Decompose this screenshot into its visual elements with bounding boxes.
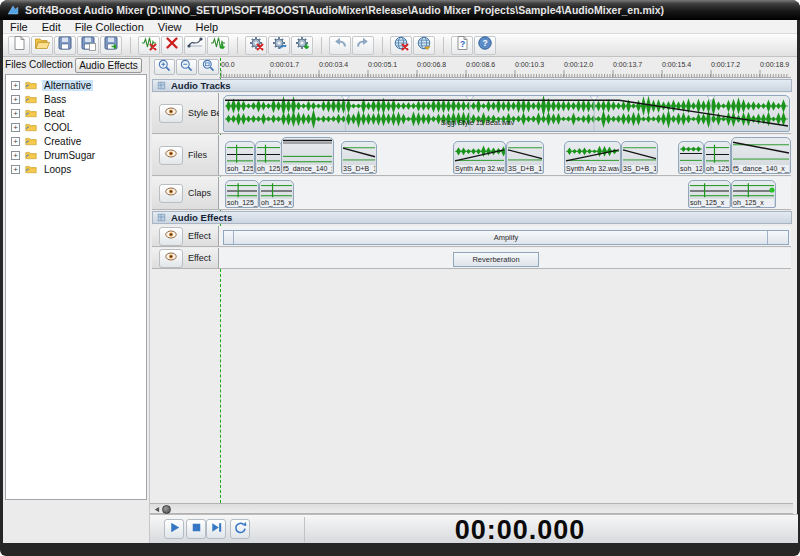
- next-button[interactable]: [206, 519, 226, 539]
- menu-help[interactable]: Help: [188, 20, 225, 33]
- audio-clip-f5-dance-140-x[interactable]: f5_dance_140_x_: [281, 137, 334, 174]
- section-header-audio-tracks: Audio Tracks: [152, 79, 792, 92]
- tree-item-alternative[interactable]: +Alternative: [6, 78, 146, 92]
- wave-delete-button[interactable]: [138, 36, 160, 55]
- toolbar-separator: [382, 37, 383, 54]
- effect-clip-reverberation[interactable]: Reverberation: [453, 252, 539, 267]
- section-collapse-icon[interactable]: [157, 213, 166, 222]
- play-button[interactable]: [164, 519, 184, 539]
- menu-bar: FileEditFile CollectionViewHelp: [3, 20, 797, 34]
- track-lane-effect-11[interactable]: Reverberation: [219, 248, 791, 269]
- track-visibility-button[interactable]: [159, 146, 183, 165]
- track-visibility-button[interactable]: [159, 104, 183, 123]
- zoom-out-button[interactable]: [176, 59, 197, 75]
- section-collapse-icon[interactable]: [157, 81, 166, 90]
- clip-label: soh_125_x: [227, 199, 257, 207]
- audio-clip-oh-125-x[interactable]: oh_125_x: [255, 141, 282, 174]
- expand-icon[interactable]: +: [11, 81, 20, 90]
- effect-clip-amplify[interactable]: Amplify: [223, 230, 789, 245]
- audio-clip-oh-125-x[interactable]: oh_125_x: [731, 180, 776, 208]
- zoom-in-icon: [157, 58, 172, 77]
- track-lane-effect-10[interactable]: Amplify: [219, 226, 791, 247]
- audio-clip-synth-arp-32-wav[interactable]: Synth Arp 32.wav: [453, 141, 506, 174]
- tree-item-beat[interactable]: +Beat: [6, 106, 146, 120]
- effect-apply-button[interactable]: [291, 36, 313, 55]
- audio-clip-3s-d-b-16[interactable]: 3S_D+B_16: [341, 141, 377, 174]
- audio-clip-siggi-style-15-beat-wav[interactable]: Siggi Style 15 Beat.wav: [223, 95, 790, 132]
- mixdown-button[interactable]: [207, 36, 229, 55]
- svg-text:0:00:15.4: 0:00:15.4: [662, 61, 691, 68]
- track-visibility-button[interactable]: [159, 249, 183, 268]
- clip-label: 3S_D+B_16: [508, 165, 542, 173]
- scroll-thumb[interactable]: [162, 505, 171, 514]
- audio-clip-oh-125-x[interactable]: oh_125_x: [259, 180, 294, 208]
- track-visibility-button[interactable]: [159, 227, 183, 246]
- audio-clip-3s-d-b-16[interactable]: 3S_D+B_16: [621, 141, 658, 174]
- scroll-left-icon[interactable]: [153, 506, 160, 513]
- tree-item-cool[interactable]: +COOL: [6, 120, 146, 134]
- undo-button[interactable]: [329, 36, 351, 55]
- tab-files-collection[interactable]: Files Collection: [5, 58, 73, 73]
- audio-clip-soh-125-x[interactable]: soh_125_x: [678, 141, 704, 174]
- undo-icon: [332, 35, 348, 55]
- envelope-button[interactable]: [184, 36, 206, 55]
- expand-icon[interactable]: +: [11, 165, 20, 174]
- open-button[interactable]: [31, 36, 53, 55]
- expand-icon[interactable]: +: [11, 95, 20, 104]
- menu-file[interactable]: File: [3, 20, 35, 33]
- svg-text:0:00:03.4: 0:00:03.4: [319, 61, 348, 68]
- track-lane-style-beat-00[interactable]: Siggi Style 15 Beat.wav: [219, 93, 791, 134]
- clip-label: soh_125_x: [680, 165, 702, 173]
- expand-icon[interactable]: +: [11, 137, 20, 146]
- expand-icon[interactable]: +: [11, 123, 20, 132]
- sidebar: +Alternative+Bass+Beat+COOL+Creative+Dru…: [3, 57, 149, 543]
- audio-clip-soh-125-x[interactable]: soh_125_x: [688, 180, 731, 208]
- tree-item-drumsugar[interactable]: +DrumSugar: [6, 148, 146, 162]
- menu-edit[interactable]: Edit: [35, 20, 68, 33]
- time-ruler[interactable]: 00.00:00:01.70:00:03.40:00:05.10:00:06.8…: [219, 58, 791, 78]
- web-disconnect-button[interactable]: [390, 36, 412, 55]
- help-button[interactable]: ?: [451, 36, 473, 55]
- redo-button[interactable]: [352, 36, 374, 55]
- new-button[interactable]: [8, 36, 30, 55]
- track-lane-claps-02[interactable]: soh_125_xoh_125_xsoh_125_xoh_125_x: [219, 177, 791, 210]
- track-header-claps-02: Claps: [152, 177, 219, 210]
- save-as-button[interactable]: [77, 36, 99, 55]
- svg-text:0:00:05.1: 0:00:05.1: [368, 61, 397, 68]
- web-go-button[interactable]: [413, 36, 435, 55]
- tree-item-loops[interactable]: +Loops: [6, 162, 146, 176]
- tab-audio-effects[interactable]: Audio Effects: [75, 58, 142, 73]
- about-button[interactable]: ?: [474, 36, 496, 55]
- audio-clip-f5-dance-140-x[interactable]: f5_dance_140_x_: [731, 137, 791, 174]
- svg-text:00.0: 00.0: [221, 61, 235, 68]
- audio-clip-soh-125-x[interactable]: soh_125_x: [225, 180, 259, 208]
- stop-button[interactable]: [186, 519, 206, 539]
- expand-icon[interactable]: +: [11, 151, 20, 160]
- tree-item-bass[interactable]: +Bass: [6, 92, 146, 106]
- loop-button[interactable]: [230, 519, 250, 539]
- ruler-scale: 00.00:00:01.70:00:03.40:00:05.10:00:06.8…: [219, 58, 791, 78]
- delete-button[interactable]: [161, 36, 183, 55]
- zoom-in-button[interactable]: [154, 59, 175, 75]
- title-bar[interactable]: Soft4Boost Audio Mixer (D:\INNO_SETUP\SO…: [0, 0, 800, 20]
- audio-clip-soh-125-x[interactable]: soh_125_x: [225, 141, 255, 174]
- track-lane-files-01[interactable]: soh_125_xoh_125_xf5_dance_140_x_3S_D+B_1…: [219, 135, 791, 176]
- menu-view[interactable]: View: [151, 20, 189, 33]
- effect-refresh-button[interactable]: [268, 36, 290, 55]
- audio-clip-synth-arp-32-wav[interactable]: Synth Arp 32.wav: [564, 141, 621, 174]
- file-collection-tree: +Alternative+Bass+Beat+COOL+Creative+Dru…: [5, 74, 147, 500]
- tree-item-label: Creative: [42, 136, 83, 147]
- horizontal-scrollbar[interactable]: [150, 503, 793, 514]
- menu-file-collection[interactable]: File Collection: [68, 20, 151, 33]
- expand-icon[interactable]: +: [11, 109, 20, 118]
- app-window: Soft4Boost Audio Mixer (D:\INNO_SETUP\SO…: [0, 0, 800, 556]
- save-button[interactable]: [54, 36, 76, 55]
- effect-delete-button[interactable]: [245, 36, 267, 55]
- tree-item-creative[interactable]: +Creative: [6, 134, 146, 148]
- zoom-fit-button[interactable]: [198, 59, 219, 75]
- audio-clip-oh-125-x[interactable]: oh_125_x: [704, 141, 731, 174]
- export-button[interactable]: [100, 36, 122, 55]
- audio-clip-3s-d-b-16[interactable]: 3S_D+B_16: [506, 141, 544, 174]
- svg-text:?: ?: [460, 39, 465, 49]
- track-visibility-button[interactable]: [159, 184, 183, 203]
